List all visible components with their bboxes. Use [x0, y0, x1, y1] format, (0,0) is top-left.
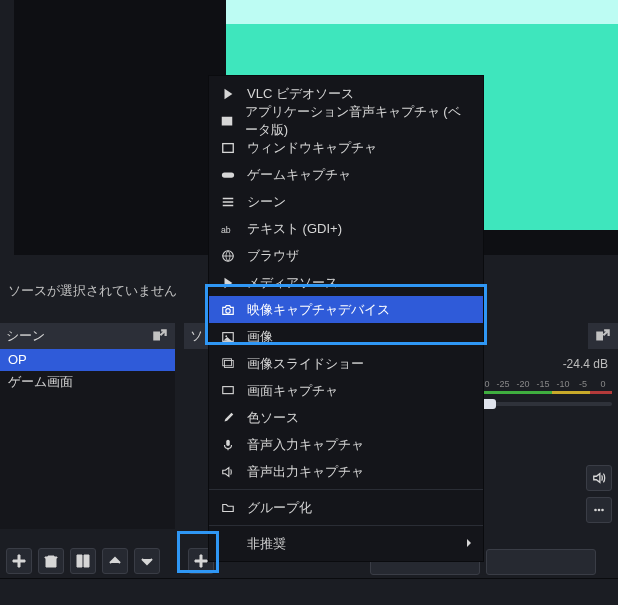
menu-item-slideshow[interactable]: 画像スライドショー — [209, 350, 483, 377]
menu-item-scene[interactable]: シーン — [209, 188, 483, 215]
menu-item-app-audio[interactable]: アプリケーション音声キャプチャ (ベータ版) — [209, 107, 483, 134]
menu-item-display-capture[interactable]: 画面キャプチャ — [209, 377, 483, 404]
svg-point-1 — [598, 509, 601, 512]
popout-icon[interactable] — [151, 327, 169, 345]
remove-scene-button[interactable] — [38, 548, 64, 574]
scenes-title: シーン — [6, 327, 151, 345]
audio-panel-popout[interactable] — [588, 323, 618, 349]
svg-point-9 — [225, 335, 227, 337]
folder-icon — [219, 501, 237, 515]
menu-item-color-source[interactable]: 色ソース — [209, 404, 483, 431]
db-label: -24.4 dB — [563, 357, 608, 371]
svg-point-0 — [594, 509, 597, 512]
menu-item-deprecated[interactable]: 非推奨 — [209, 530, 483, 557]
camera-icon — [219, 303, 237, 317]
window-audio-icon — [219, 114, 235, 128]
chevron-right-icon — [465, 536, 473, 551]
brush-icon — [219, 411, 237, 425]
image-icon — [219, 330, 237, 344]
move-scene-up-button[interactable] — [102, 548, 128, 574]
color-source-preview-top — [226, 0, 618, 24]
globe-icon — [219, 249, 237, 263]
menu-item-window-capture[interactable]: ウィンドウキャプチャ — [209, 134, 483, 161]
popout-icon — [594, 327, 612, 345]
no-source-label: ソースが選択されていません — [8, 282, 177, 300]
mute-button[interactable] — [586, 465, 612, 491]
svg-rect-4 — [222, 172, 234, 177]
images-icon — [219, 357, 237, 371]
audio-meter — [462, 391, 612, 394]
scene-filters-button[interactable] — [70, 548, 96, 574]
play-icon — [219, 276, 237, 290]
volume-slider[interactable] — [462, 401, 612, 407]
monitor-icon — [219, 384, 237, 398]
menu-item-browser[interactable]: ブラウザ — [209, 242, 483, 269]
svg-point-7 — [226, 308, 230, 312]
ab-icon: ab — [219, 222, 237, 236]
window-icon — [219, 141, 237, 155]
menu-separator — [209, 525, 483, 526]
menu-item-game-capture[interactable]: ゲームキャプチャ — [209, 161, 483, 188]
svg-text:ab: ab — [221, 224, 231, 234]
svg-rect-12 — [223, 386, 234, 393]
scenes-panel-header: シーン — [0, 323, 175, 349]
speaker-icon — [219, 465, 237, 479]
scenes-list[interactable]: OP ゲーム画面 — [0, 349, 175, 529]
svg-rect-13 — [226, 439, 230, 445]
gamepad-icon — [219, 168, 237, 182]
menu-item-image[interactable]: 画像 — [209, 323, 483, 350]
footer-button-2[interactable] — [486, 549, 596, 575]
scene-item-op[interactable]: OP — [0, 349, 175, 371]
menu-item-group[interactable]: グループ化 — [209, 494, 483, 521]
bars-icon — [219, 195, 237, 209]
menu-item-media[interactable]: メディアソース — [209, 269, 483, 296]
svg-point-2 — [601, 509, 604, 512]
menu-separator — [209, 489, 483, 490]
play-icon — [219, 87, 237, 101]
add-source-menu: VLC ビデオソース アプリケーション音声キャプチャ (ベータ版) ウィンドウキ… — [208, 75, 484, 562]
audio-settings-button[interactable] — [586, 497, 612, 523]
menu-item-audio-output[interactable]: 音声出力キャプチャ — [209, 458, 483, 485]
scenes-toolbar — [6, 547, 160, 575]
svg-rect-3 — [223, 143, 234, 152]
menu-item-text[interactable]: abテキスト (GDI+) — [209, 215, 483, 242]
menu-item-audio-input[interactable]: 音声入力キャプチャ — [209, 431, 483, 458]
scene-item-game[interactable]: ゲーム画面 — [0, 371, 175, 393]
menu-item-video-capture[interactable]: 映像キャプチャデバイス — [209, 296, 483, 323]
mic-icon — [219, 438, 237, 452]
add-scene-button[interactable] — [6, 548, 32, 574]
move-scene-down-button[interactable] — [134, 548, 160, 574]
